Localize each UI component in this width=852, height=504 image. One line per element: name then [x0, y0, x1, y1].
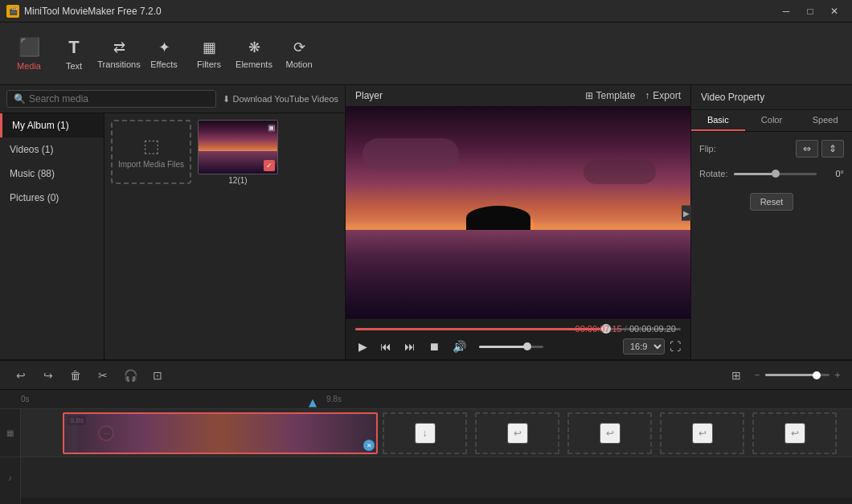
split-clip-button[interactable]: ✂ — [92, 364, 114, 387]
title-bar: 🎬 MiniTool MovieMaker Free 7.2.0 ─ □ ✕ — [0, 0, 852, 23]
album-music[interactable]: Music (88) — [0, 162, 104, 186]
text-label: Text — [66, 61, 82, 71]
rotate-slider[interactable] — [734, 173, 817, 175]
album-videos[interactable]: Videos (1) — [0, 137, 104, 162]
window-controls: ─ □ ✕ — [775, 3, 846, 19]
skip-forward-button[interactable]: ⏭ — [401, 338, 419, 354]
timeline-toolbar: ↩ ↪ 🗑 ✂ 🎧 ⊡ ⊞ － ＋ — [0, 361, 852, 390]
crop-button[interactable]: ⊡ — [146, 364, 169, 387]
toolbar-effects[interactable]: ✦ Effects — [141, 27, 186, 81]
album-pictures-label: Pictures (0) — [10, 192, 59, 203]
maximize-button[interactable]: □ — [799, 3, 821, 19]
filters-icon: ▦ — [203, 39, 216, 56]
close-button[interactable]: ✕ — [823, 3, 846, 19]
add-media-button-2[interactable]: ↩ — [507, 423, 528, 444]
tab-speed[interactable]: Speed — [798, 110, 852, 131]
add-media-button-3[interactable]: ↩ — [600, 423, 621, 444]
progress-bar[interactable]: 00:00:07.15 / 00:00:09.20 — [355, 324, 681, 334]
toolbar-filters[interactable]: ▦ Filters — [186, 27, 231, 81]
redo-button[interactable]: ↪ — [37, 364, 59, 387]
media-label: Media — [17, 61, 41, 71]
tab-speed-label: Speed — [813, 115, 838, 125]
import-media-button[interactable]: ⬚ Import Media Files — [111, 120, 191, 184]
zoom-out-icon: － — [752, 368, 762, 382]
zoom-thumb[interactable] — [813, 371, 821, 379]
fullscreen-button[interactable]: ⛶ — [670, 340, 681, 353]
flip-controls: ⇔ ⇕ — [796, 140, 844, 158]
import-icon: ⬚ — [143, 136, 160, 157]
playhead-marker — [309, 400, 317, 408]
panel-expand-arrow[interactable]: ▶ — [682, 205, 691, 220]
empty-slot-2: ↩ — [475, 412, 559, 454]
tab-basic[interactable]: Basic — [691, 110, 745, 131]
motion-label: Motion — [285, 59, 312, 69]
text-icon: T — [68, 37, 79, 58]
toolbar-elements[interactable]: ❋ Elements — [231, 27, 276, 81]
flip-horizontal-button[interactable]: ⇔ — [796, 140, 818, 158]
track-toggle-button[interactable]: ⊞ — [725, 364, 748, 387]
mute-button[interactable]: 🔊 — [449, 338, 469, 354]
reset-button[interactable]: Reset — [750, 193, 794, 211]
empty-slot-3: ↩ — [567, 412, 652, 454]
aspect-ratio-select[interactable]: 16:9 — [623, 338, 665, 354]
video-clip[interactable]: 9.8s ↔ ✕ — [63, 412, 378, 454]
toolbar-media[interactable]: ⬛ Media — [6, 27, 51, 81]
app-icon: 🎬 — [6, 5, 19, 18]
player-header: Player ⊞ Template ↑ Export — [346, 85, 690, 107]
transitions-label: Transitions — [97, 59, 140, 69]
media-content: ⬚ Import Media Files ▣ ✓ 12(1) — [104, 113, 345, 359]
template-button[interactable]: ⊞ Template — [585, 90, 636, 101]
flip-vertical-button[interactable]: ⇕ — [821, 140, 844, 158]
download-youtube-button[interactable]: ⬇ Download YouTube Videos — [223, 94, 339, 104]
export-button[interactable]: ↑ Export — [645, 90, 681, 101]
album-myalbum[interactable]: My Album (1) — [0, 113, 104, 137]
flip-label: Flip: — [699, 144, 716, 154]
play-button[interactable]: ▶ — [355, 338, 371, 354]
stop-button[interactable]: ⏹ — [425, 338, 443, 354]
audio-detach-button[interactable]: 🎧 — [119, 364, 141, 387]
media-thumb-label: 12(1) — [198, 176, 278, 185]
search-input[interactable] — [29, 93, 209, 104]
app-title: MiniTool MovieMaker Free 7.2.0 — [24, 6, 162, 17]
add-media-button-1[interactable]: ↓ — [415, 423, 436, 444]
tab-color[interactable]: Color — [745, 110, 799, 131]
import-label: Import Media Files — [118, 160, 184, 169]
zoom-fill — [765, 374, 817, 376]
search-icon: 🔍 — [14, 93, 26, 104]
skip-back-button[interactable]: ⏮ — [377, 338, 395, 354]
zoom-slider[interactable] — [765, 374, 829, 376]
undo-button[interactable]: ↩ — [10, 364, 32, 387]
player-area: Player ⊞ Template ↑ Export — [346, 85, 691, 359]
search-box[interactable]: 🔍 — [6, 90, 216, 108]
left-panel: 🔍 ⬇ Download YouTube Videos My Album (1)… — [0, 85, 346, 359]
toolbar-text[interactable]: T Text — [51, 27, 96, 81]
download-icon: ⬇ — [223, 94, 230, 104]
add-media-button-4[interactable]: ↩ — [692, 423, 713, 444]
export-icon: ↑ — [645, 90, 649, 101]
toolbar-transitions[interactable]: ⇄ Transitions — [96, 27, 141, 81]
player-controls-bar: 00:00:07.15 / 00:00:09.20 ▶ ⏮ ⏭ ⏹ 🔊 — [346, 318, 690, 359]
delete-clip-button[interactable]: 🗑 — [64, 364, 87, 387]
minimize-button[interactable]: ─ — [775, 3, 797, 19]
video-track-label: ▦ — [0, 409, 20, 457]
thumb-type-icon: ▣ — [268, 123, 275, 132]
flip-row: Flip: ⇔ ⇕ — [699, 140, 844, 158]
toolbar-motion[interactable]: ⟳ Motion — [276, 27, 322, 81]
media-thumbnail[interactable]: ▣ ✓ 12(1) — [198, 120, 278, 185]
album-pictures[interactable]: Pictures (0) — [0, 186, 104, 210]
empty-slot-1: ↓ — [383, 412, 467, 454]
elements-icon: ❋ — [248, 39, 260, 56]
ruler-mark-start: 0s — [21, 395, 30, 404]
rotate-slider-thumb[interactable] — [772, 170, 780, 178]
volume-slider[interactable] — [479, 346, 543, 348]
volume-thumb[interactable] — [523, 342, 531, 350]
clip-delete-button[interactable]: ✕ — [363, 440, 375, 451]
rotate-row: Rotate: 0° — [699, 169, 844, 178]
motion-icon: ⟳ — [293, 39, 305, 56]
video-track: 9.8s ↔ ✕ — [21, 409, 852, 457]
add-media-button-5[interactable]: ↩ — [784, 423, 805, 444]
current-time: 00:00:07.15 — [576, 324, 622, 334]
tab-color-label: Color — [761, 115, 782, 125]
volume-fill — [479, 346, 527, 348]
volume-control — [479, 346, 543, 348]
